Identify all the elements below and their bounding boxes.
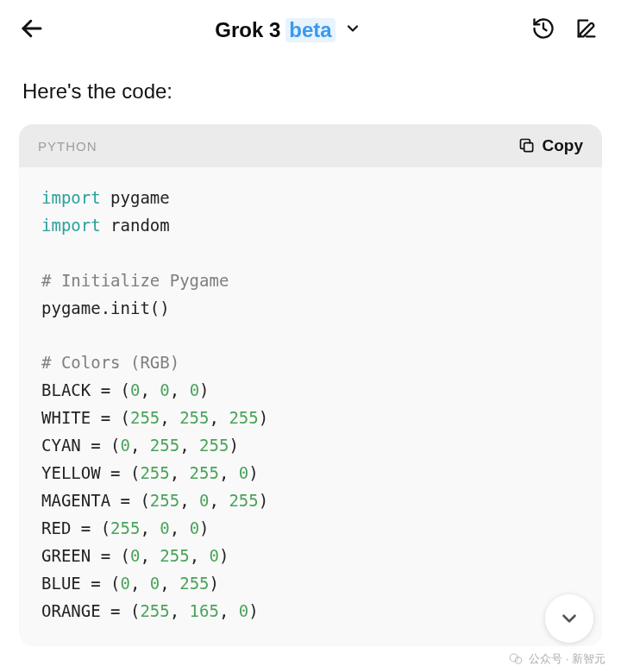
code-language-label: PYTHON: [38, 139, 97, 154]
code-body: import pygameimport random # Initialize …: [19, 167, 602, 646]
code-line: pygame.init(): [41, 295, 580, 323]
code-line: WHITE = (255, 255, 255): [41, 405, 580, 432]
code-header: PYTHON Copy: [19, 124, 602, 167]
history-icon: [531, 16, 555, 41]
code-line: [41, 240, 580, 267]
code-line: CYAN = (0, 255, 255): [41, 432, 580, 460]
back-button[interactable]: [19, 16, 45, 45]
wechat-icon: [508, 651, 524, 667]
header-bar: Grok 3 beta: [0, 0, 621, 60]
chevron-down-icon: [558, 607, 580, 630]
chevron-down-icon: [344, 20, 361, 41]
code-line: YELLOW = (255, 255, 0): [41, 460, 580, 487]
copy-icon: [518, 137, 536, 154]
code-line: BLACK = (0, 0, 0): [41, 377, 580, 405]
arrow-left-icon: [19, 16, 45, 41]
code-line: ORANGE = (255, 165, 0): [41, 598, 580, 625]
code-line: [41, 323, 580, 350]
watermark: 公众号 · 新智元: [508, 651, 605, 667]
code-line: # Initialize Pygame: [41, 267, 580, 295]
code-line: import random: [41, 212, 580, 240]
model-title-beta: beta: [285, 18, 335, 42]
svg-rect-1: [524, 143, 532, 152]
code-line: # Colors (RGB): [41, 349, 580, 377]
compose-icon: [574, 16, 599, 41]
history-button[interactable]: [531, 16, 555, 44]
scroll-down-button[interactable]: [545, 594, 593, 643]
compose-button[interactable]: [574, 16, 599, 44]
code-line: GREEN = (0, 255, 0): [41, 543, 580, 570]
model-selector[interactable]: Grok 3 beta: [215, 18, 361, 42]
code-block: PYTHON Copy import pygameimport random #…: [19, 124, 602, 646]
model-title-main: Grok 3: [215, 18, 280, 42]
message-text: Here's the code:: [0, 60, 621, 124]
copy-button[interactable]: Copy: [518, 136, 584, 155]
code-line: MAGENTA = (255, 0, 255): [41, 487, 580, 515]
code-line: import pygame: [41, 185, 580, 212]
code-line: RED = (255, 0, 0): [41, 515, 580, 543]
watermark-text: 公众号 · 新智元: [529, 651, 605, 667]
copy-label: Copy: [543, 136, 584, 155]
code-line: BLUE = (0, 0, 255): [41, 570, 580, 598]
